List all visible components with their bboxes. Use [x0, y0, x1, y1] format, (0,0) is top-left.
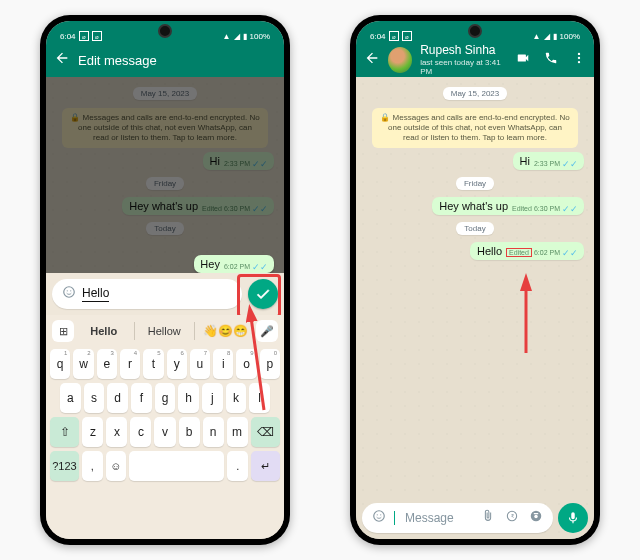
period-key[interactable]: .: [227, 451, 248, 481]
suggestion[interactable]: Hello: [78, 325, 130, 337]
battery-icon: ▮: [553, 32, 557, 41]
key-f[interactable]: f: [131, 383, 152, 413]
key-row: q1w2e3r4t5y6u7i8o9p0: [46, 347, 284, 381]
numeric-key[interactable]: ?123: [50, 451, 79, 481]
key-t[interactable]: t5: [143, 349, 163, 379]
signal-icon: ◢: [234, 32, 240, 41]
camera-icon[interactable]: [529, 509, 543, 527]
voice-call-icon[interactable]: [544, 51, 558, 69]
message-bubble[interactable]: Hi 2:33 PM✓✓: [513, 152, 584, 170]
key-r[interactable]: r4: [120, 349, 140, 379]
emoji-icon[interactable]: [372, 509, 386, 527]
key-y[interactable]: y6: [167, 349, 187, 379]
emoji-suggestions[interactable]: 👋😊😁: [199, 324, 252, 338]
key-g[interactable]: g: [155, 383, 176, 413]
back-button[interactable]: [54, 50, 70, 70]
key-p[interactable]: p0: [260, 349, 280, 379]
status-icon: ⌀: [79, 31, 89, 41]
svg-point-8: [374, 511, 385, 522]
key-v[interactable]: v: [154, 417, 175, 447]
encryption-notice[interactable]: 🔒 Messages and calls are end-to-end encr…: [372, 108, 578, 148]
edit-input[interactable]: Hello: [52, 279, 242, 309]
svg-point-10: [380, 514, 381, 515]
header-text[interactable]: Rupesh Sinha last seen today at 3:41 PM: [420, 44, 508, 75]
mic-button[interactable]: [558, 503, 588, 533]
svg-point-1: [67, 290, 68, 291]
key-w[interactable]: w2: [73, 349, 93, 379]
svg-point-6: [578, 57, 580, 59]
key-m[interactable]: m: [227, 417, 248, 447]
key-s[interactable]: s: [84, 383, 105, 413]
confirm-edit-button[interactable]: [248, 279, 278, 309]
key-o[interactable]: o9: [236, 349, 256, 379]
keyboard-menu-icon[interactable]: ⊞: [52, 320, 74, 342]
status-icon: ⌀: [389, 31, 399, 41]
status-time: 6:04: [60, 32, 76, 41]
battery-text: 100%: [560, 32, 580, 41]
key-⇧[interactable]: ⇧: [50, 417, 79, 447]
suggestion[interactable]: Hellow: [139, 325, 191, 337]
key-d[interactable]: d: [107, 383, 128, 413]
avatar[interactable]: [388, 47, 412, 73]
key-i[interactable]: i8: [213, 349, 233, 379]
emoji-icon[interactable]: [62, 285, 76, 303]
chat-header: Rupesh Sinha last seen today at 3:41 PM: [356, 42, 594, 78]
message-being-edited[interactable]: Hey 6:02 PM✓✓: [194, 255, 274, 273]
key-h[interactable]: h: [178, 383, 199, 413]
chat-body[interactable]: May 15, 2023 🔒 Messages and calls are en…: [356, 77, 594, 539]
emoji-key[interactable]: ☺: [106, 451, 127, 481]
dim-overlay: [46, 77, 284, 279]
key-c[interactable]: c: [130, 417, 151, 447]
space-key[interactable]: [129, 451, 224, 481]
signal-icon: ◢: [544, 32, 550, 41]
back-button[interactable]: [364, 50, 380, 70]
key-z[interactable]: z: [82, 417, 103, 447]
attach-icon[interactable]: [481, 509, 495, 527]
compose-row: Message ₹: [356, 503, 594, 533]
svg-point-0: [64, 287, 75, 298]
key-u[interactable]: u7: [190, 349, 210, 379]
key-q[interactable]: q1: [50, 349, 70, 379]
status-bar: 6:04 ⌀ ⌀ ▲ ◢ ▮ 100%: [46, 21, 284, 42]
key-row: asdfghjkl: [46, 381, 284, 415]
video-call-icon[interactable]: [516, 51, 530, 69]
keyboard: ⊞ Hello Hellow 👋😊😁 🎤 q1w2e3r4t5y6u7i8o9p…: [46, 315, 284, 539]
svg-text:₹: ₹: [511, 513, 514, 519]
key-e[interactable]: e3: [97, 349, 117, 379]
comma-key[interactable]: ,: [82, 451, 103, 481]
key-x[interactable]: x: [106, 417, 127, 447]
more-icon[interactable]: [572, 51, 586, 69]
svg-point-14: [534, 515, 538, 519]
key-j[interactable]: j: [202, 383, 223, 413]
header-title: Edit message: [78, 53, 157, 68]
svg-point-7: [578, 61, 580, 63]
svg-rect-15: [534, 513, 539, 514]
key-n[interactable]: n: [203, 417, 224, 447]
edited-label: Edited: [506, 248, 532, 257]
message-bubble[interactable]: Hey what's up Edited 6:30 PM✓✓: [432, 197, 584, 215]
edit-header: Edit message: [46, 42, 284, 78]
key-a[interactable]: a: [60, 383, 81, 413]
key-b[interactable]: b: [179, 417, 200, 447]
message-input[interactable]: Message ₹: [362, 503, 553, 533]
svg-point-5: [578, 53, 580, 55]
voice-input-icon[interactable]: 🎤: [256, 320, 278, 342]
status-icon: ⌀: [92, 31, 102, 41]
svg-point-2: [70, 290, 71, 291]
key-⌫[interactable]: ⌫: [251, 417, 280, 447]
status-bar: 6:04 ⌀ ⌀ ▲ ◢ ▮ 100%: [356, 21, 594, 42]
last-seen: last seen today at 3:41 PM: [420, 58, 508, 76]
rupee-icon[interactable]: ₹: [505, 509, 519, 527]
day-chip: Friday: [456, 177, 494, 190]
key-k[interactable]: k: [226, 383, 247, 413]
message-bubble[interactable]: Hello Edited 6:02 PM✓✓: [470, 242, 584, 260]
day-chip: Today: [456, 222, 493, 235]
phone-edit-message: 6:04 ⌀ ⌀ ▲ ◢ ▮ 100% Edit message: [40, 15, 290, 545]
status-time: 6:04: [370, 32, 386, 41]
enter-key[interactable]: ↵: [251, 451, 280, 481]
contact-name: Rupesh Sinha: [420, 44, 508, 57]
edit-input-row: Hello: [46, 273, 284, 315]
status-icon: ⌀: [402, 31, 412, 41]
svg-point-9: [377, 514, 378, 515]
key-l[interactable]: l: [249, 383, 270, 413]
